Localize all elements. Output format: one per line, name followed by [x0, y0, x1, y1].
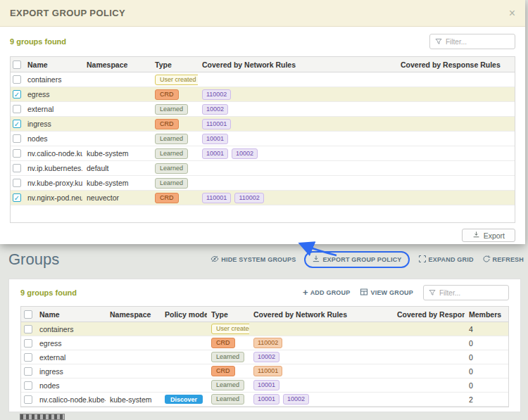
table-row[interactable]: egress CRD 110002 0 — [21, 336, 508, 350]
response-rules-cell — [393, 350, 465, 364]
row-checkbox[interactable] — [13, 120, 21, 128]
response-rules-cell — [396, 117, 515, 131]
column-header-namespace[interactable]: Namespace — [106, 307, 161, 322]
table-row[interactable]: external Learned 10002 — [11, 102, 515, 117]
expand-grid-label: EXPAND GRID — [429, 256, 474, 263]
group-name: nv.kube-proxy.kub — [23, 176, 82, 190]
column-header-name[interactable]: Name — [35, 307, 106, 322]
column-header-network-rules[interactable]: Covered by Network Rules — [249, 307, 393, 322]
row-checkbox[interactable] — [24, 353, 32, 362]
table-row[interactable]: containers User created — [11, 72, 515, 87]
rule-badge: 110002 — [234, 193, 263, 203]
export-button[interactable]: Export — [462, 229, 515, 242]
rule-badge: 110001 — [202, 193, 231, 203]
table-row[interactable]: nv.nginx-pod.neuv neuvector CRD 110001 1… — [11, 191, 515, 205]
members-count: 4 — [465, 322, 508, 336]
download-icon — [472, 231, 480, 240]
export-table-header: Name Namespace Type Covered by Network R… — [11, 57, 515, 72]
export-group-policy-modal: EXPORT GROUP POLICY × 9 groups found Nam… — [0, 0, 525, 244]
row-checkbox[interactable] — [24, 325, 32, 333]
column-header-members[interactable]: Members — [465, 307, 508, 322]
groups-panel: 9 groups found + ADD GROUP VIEW GROUP Na… — [8, 279, 521, 412]
network-rules-cell — [249, 322, 393, 336]
network-rules-cell: 10001 10002 — [198, 146, 396, 160]
plus-icon: + — [303, 289, 308, 296]
column-header-network-rules[interactable]: Covered by Network Rules — [198, 57, 396, 72]
table-row[interactable]: nv.ip.kubernetes.d default Learned — [11, 161, 515, 176]
row-checkbox[interactable] — [24, 339, 32, 348]
row-checkbox[interactable] — [13, 105, 21, 113]
add-group-label: ADD GROUP — [310, 289, 351, 296]
table-row[interactable]: ingress CRD 110001 — [11, 117, 515, 132]
group-namespace: kube-system — [82, 146, 151, 160]
column-header-response-rules[interactable]: Covered by Response R... — [393, 307, 465, 322]
close-icon[interactable]: × — [509, 8, 515, 19]
hide-system-groups-button[interactable]: HIDE SYSTEM GROUPS — [210, 255, 296, 265]
column-header-type[interactable]: Type — [207, 307, 249, 322]
table-row[interactable]: egress CRD 110002 — [11, 87, 515, 102]
column-header-name[interactable]: Name — [23, 57, 82, 72]
table-row[interactable]: nodes Learned 10001 0 — [21, 378, 508, 393]
view-group-button[interactable]: VIEW GROUP — [360, 288, 413, 298]
table-row[interactable]: containers User created 4 — [21, 322, 508, 336]
column-header-type[interactable]: Type — [151, 57, 198, 72]
response-rules-cell — [393, 393, 465, 406]
response-rules-cell — [396, 161, 515, 175]
rule-badge: 10001 — [253, 380, 279, 390]
add-group-button[interactable]: + ADD GROUP — [303, 289, 351, 296]
select-all-checkbox[interactable] — [13, 61, 21, 69]
modal-title: EXPORT GROUP POLICY — [10, 8, 125, 18]
row-checkbox[interactable] — [24, 381, 32, 390]
response-rules-cell — [396, 191, 515, 205]
response-rules-cell — [396, 72, 515, 87]
export-group-policy-button[interactable]: EXPORT GROUP POLICY — [304, 251, 409, 268]
type-badge: Learned — [155, 134, 188, 144]
column-header-namespace[interactable]: Namespace — [82, 57, 151, 72]
table-row[interactable]: nv.calico-node.kube-sys kube-system Disc… — [21, 393, 508, 407]
table-row[interactable]: nodes Learned 10001 — [11, 132, 515, 146]
modal-filter[interactable] — [429, 34, 515, 49]
groups-page-header: Groups HIDE SYSTEM GROUPS EXPORT GROUP P… — [8, 248, 524, 272]
group-name: containers — [23, 72, 82, 87]
type-badge: Learned — [211, 380, 244, 390]
type-badge: CRD — [211, 366, 235, 376]
group-namespace: kube-system — [106, 393, 161, 406]
row-checkbox[interactable] — [13, 193, 21, 202]
groups-table: Name Namespace Policy mode Type Covered … — [20, 306, 509, 407]
groups-filter-input[interactable] — [439, 289, 500, 297]
column-header-policy-mode[interactable]: Policy mode — [161, 307, 207, 322]
row-checkbox[interactable] — [13, 75, 21, 84]
select-all-checkbox[interactable] — [24, 310, 32, 319]
members-count: 2 — [465, 393, 508, 406]
type-badge: CRD — [155, 193, 179, 203]
members-count: 0 — [465, 336, 508, 350]
row-checkbox[interactable] — [13, 164, 21, 172]
row-checkbox[interactable] — [13, 134, 21, 143]
groups-filter[interactable] — [423, 285, 509, 300]
column-header-response-rules[interactable]: Covered by Response Rules — [396, 57, 515, 72]
table-row[interactable]: nv.calico-node.kub kube-system Learned 1… — [11, 146, 515, 161]
network-rules-cell — [198, 161, 396, 175]
row-checkbox[interactable] — [13, 149, 21, 158]
policy-mode-badge: Discover — [165, 395, 203, 404]
table-row[interactable]: nv.kube-proxy.kub kube-system Learned — [11, 176, 515, 191]
row-checkbox[interactable] — [13, 90, 21, 98]
expand-grid-button[interactable]: EXPAND GRID — [418, 255, 474, 265]
table-row[interactable]: ingress CRD 110001 0 — [21, 364, 508, 378]
row-checkbox[interactable] — [24, 367, 32, 376]
type-badge: Learned — [155, 163, 188, 174]
row-checkbox[interactable] — [24, 395, 32, 404]
row-checkbox[interactable] — [13, 179, 21, 187]
group-namespace: default — [82, 161, 151, 175]
members-count: 0 — [465, 378, 508, 392]
refresh-button[interactable]: REFRESH — [482, 255, 524, 265]
group-namespace — [106, 364, 161, 378]
table-row[interactable]: external Learned 10002 0 — [21, 350, 508, 364]
filter-icon — [429, 286, 436, 299]
network-rules-cell — [198, 176, 396, 190]
network-rules-cell: 10001 — [198, 132, 396, 146]
modal-filter-input[interactable] — [446, 38, 506, 46]
response-rules-cell — [396, 87, 515, 101]
rule-badge: 10002 — [202, 104, 228, 115]
eye-off-icon — [210, 255, 219, 265]
